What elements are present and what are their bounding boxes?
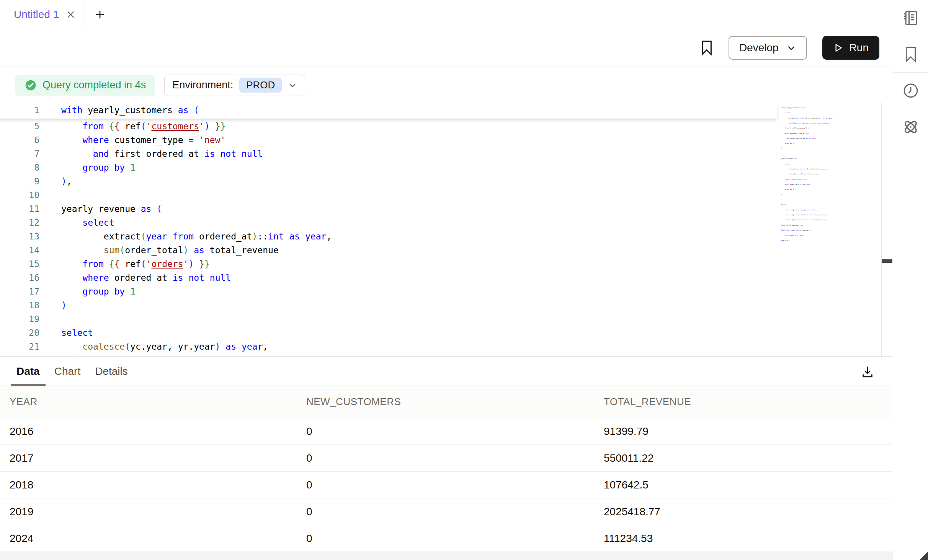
rail-item-lineage[interactable]	[893, 109, 928, 145]
results-panel: Data Chart Details YEARNEW_CUSTOMERSTOTA…	[0, 357, 893, 560]
code-line: 7 and first_ordered_at is not null	[0, 147, 777, 161]
table-row: 2016091399.79	[0, 418, 893, 445]
table-cell: 2018	[10, 479, 306, 491]
notebook-icon	[902, 10, 919, 26]
query-status-badge: Query completed in 4s	[15, 75, 155, 96]
code-line: 9),	[0, 174, 777, 188]
develop-dropdown-button[interactable]: Develop	[729, 36, 807, 60]
column-header: TOTAL_REVENUE	[604, 396, 893, 408]
run-label: Run	[849, 42, 869, 54]
code-line: 18)	[0, 298, 777, 312]
play-icon	[833, 43, 843, 53]
editor-minimap[interactable]: with yearly_customers as ( select extrac…	[781, 105, 842, 251]
status-row: Query completed in 4s Environment: PROD	[0, 67, 893, 103]
tab-untitled-1[interactable]: Untitled 1	[0, 0, 85, 29]
chevron-down-icon	[288, 81, 297, 90]
bookmark-button[interactable]	[700, 40, 713, 55]
code-line: 6 where customer_type = 'new'	[0, 133, 777, 147]
code-line: 14 sum(order_total) as total_revenue	[0, 243, 777, 257]
table-cell: 2016	[10, 425, 306, 438]
code-line: 17 group by 1	[0, 285, 777, 298]
overview-ruler	[881, 103, 882, 357]
download-icon	[861, 365, 874, 379]
new-tab-button[interactable]	[85, 0, 115, 29]
table-cell: 0	[306, 452, 604, 464]
table-row: 20180107642.5	[0, 472, 893, 498]
tab-data[interactable]: Data	[11, 357, 46, 386]
table-cell: 2017	[10, 452, 306, 464]
code-line: 19	[0, 312, 777, 326]
table-cell: 0	[306, 425, 604, 438]
code-lines: 5 from {{ ref('customers') }}6 where cus…	[0, 119, 777, 357]
table-cell: 2024	[10, 532, 306, 545]
rail-item-notebook[interactable]	[893, 0, 928, 36]
resize-grip[interactable]	[920, 552, 928, 560]
table-cell: 2019	[10, 506, 306, 518]
tab-close-icon[interactable]	[66, 10, 76, 20]
rail-item-history[interactable]	[893, 73, 928, 109]
code-line: 16 where ordered_at is not null	[0, 271, 777, 285]
horizontal-scrollbar-track[interactable]	[0, 552, 893, 560]
query-status-text: Query completed in 4s	[42, 79, 146, 91]
bookmark-icon	[903, 46, 918, 63]
sql-code-editor[interactable]: 5 from {{ ref('customers') }}6 where cus…	[0, 103, 893, 357]
code-line: 8 group by 1	[0, 161, 777, 174]
column-header: NEW_CUSTOMERS	[306, 396, 604, 408]
results-table-header: YEARNEW_CUSTOMERSTOTAL_REVENUE	[0, 386, 893, 418]
column-header: YEAR	[10, 396, 306, 408]
table-cell: 91399.79	[604, 425, 893, 438]
environment-selector[interactable]: Environment: PROD	[164, 75, 305, 96]
develop-label: Develop	[739, 42, 779, 54]
table-cell: 550011.22	[604, 452, 893, 464]
code-line: 13 extract(year from ordered_at)::int as…	[0, 230, 777, 243]
lineage-logo-icon	[902, 118, 920, 136]
environment-label: Environment:	[172, 79, 233, 91]
code-line: 15 from {{ ref('orders') }}	[0, 257, 777, 271]
run-button[interactable]: Run	[822, 36, 879, 60]
environment-value-chip: PROD	[239, 78, 282, 93]
code-line: 5 from {{ ref('customers') }}	[0, 119, 777, 133]
history-clock-icon	[902, 82, 919, 99]
code-line: 10	[0, 188, 777, 202]
tab-details[interactable]: Details	[89, 357, 134, 386]
table-cell: 0	[306, 506, 604, 518]
code-line: 11yearly_revenue as (	[0, 202, 777, 216]
table-cell: 2025418.77	[604, 506, 893, 518]
results-table-body: 2016091399.7920170550011.2220180107642.5…	[0, 418, 893, 552]
overview-ruler-cursor-marker[interactable]	[882, 259, 892, 263]
code-line: 21 coalesce(yc.year, yr.year) as year,	[0, 340, 777, 353]
check-circle-icon	[25, 79, 37, 91]
tab-label: Untitled 1	[14, 8, 59, 21]
toolbar: Develop Run	[0, 29, 893, 67]
results-tab-bar: Data Chart Details	[0, 357, 893, 386]
editor-tab-bar: Untitled 1	[0, 0, 893, 29]
table-row: 201902025418.77	[0, 498, 893, 525]
sticky-scroll-line: 1with yearly_customers as (	[0, 103, 777, 119]
rail-item-bookmarks[interactable]	[893, 36, 928, 73]
download-results-button[interactable]	[859, 364, 876, 380]
table-cell: 111234.53	[604, 532, 893, 545]
code-line: 22 coalesce(yc.new_customers, 0) as new_…	[0, 353, 777, 357]
table-cell: 107642.5	[604, 479, 893, 491]
table-cell: 0	[306, 532, 604, 545]
table-cell: 0	[306, 479, 604, 491]
chevron-down-icon	[786, 43, 796, 53]
right-icon-rail	[893, 0, 928, 560]
table-row: 20240111234.53	[0, 525, 893, 552]
app-window: Untitled 1 Develop Run	[0, 0, 928, 560]
table-row: 20170550011.22	[0, 445, 893, 472]
tab-chart[interactable]: Chart	[49, 357, 86, 386]
code-line: 20select	[0, 326, 777, 340]
code-line: 12 select	[0, 216, 777, 230]
code-line: 1with yearly_customers as (	[0, 103, 777, 117]
